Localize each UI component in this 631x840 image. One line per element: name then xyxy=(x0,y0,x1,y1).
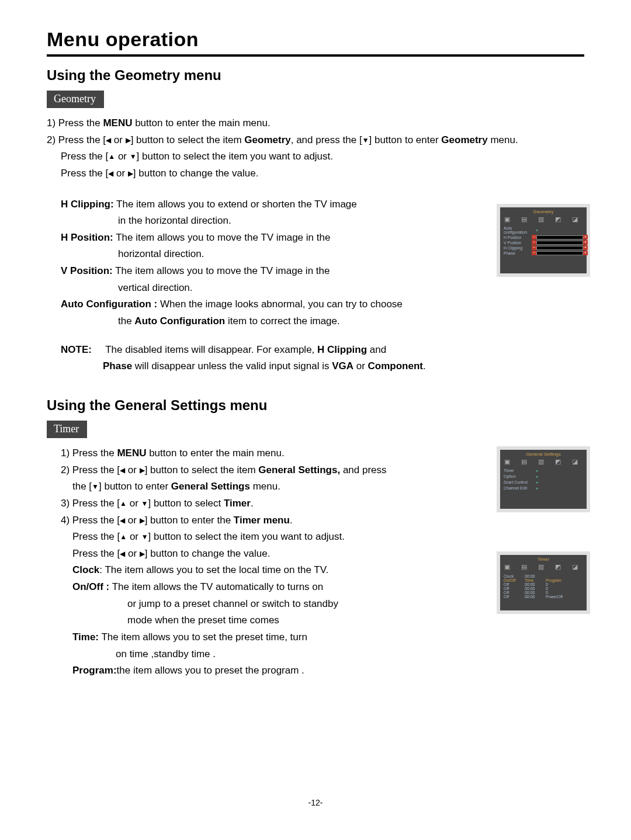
text: : The item allows you to set the local t… xyxy=(99,564,328,575)
text: ] button to select the item xyxy=(131,134,245,145)
bold-text: Auto Configuration xyxy=(134,315,225,327)
h-clipping-label: H Clipping: xyxy=(61,199,114,210)
down-arrow-icon: ▼ xyxy=(362,136,369,145)
text: or xyxy=(353,360,368,372)
text: 1) Press the xyxy=(47,117,103,129)
osd-item: Option xyxy=(504,474,536,478)
osd-cell: Off xyxy=(504,586,522,591)
slider-icon xyxy=(536,241,583,245)
osd-title: Geometry xyxy=(500,207,587,216)
bold-text: Timer xyxy=(224,498,251,509)
text: the xyxy=(118,315,134,327)
text: ] button to enter xyxy=(99,481,171,492)
auto-config-label: Auto Configuration : xyxy=(61,298,157,310)
osd-icon-row: ▣ ▤ ▥ ◩ ◪ xyxy=(500,563,587,573)
text: or xyxy=(125,515,140,526)
text: in the horizontal direction. xyxy=(118,215,231,226)
right-arrow-icon: ▸ xyxy=(536,468,539,473)
text: The item allows you to move the TV image… xyxy=(113,232,331,243)
text: or xyxy=(111,134,126,145)
text: . xyxy=(251,498,254,509)
up-arrow-icon: ▲ xyxy=(108,152,115,162)
manual-page: Menu operation Using the Geometry menu G… xyxy=(0,0,631,840)
h-position-label: H Position: xyxy=(61,232,113,243)
osd-item: Timer xyxy=(504,468,536,473)
note-label: NOTE: xyxy=(61,344,92,355)
text: and press xyxy=(340,464,386,475)
bold-text: H Clipping xyxy=(317,344,367,355)
text: The item allows you to set the preset ti… xyxy=(99,631,307,643)
text: button to enter the main menu. xyxy=(146,447,284,459)
text: ] button to select the item you want to … xyxy=(137,151,333,162)
text: ] button to select xyxy=(148,498,223,509)
text: 1) Press the xyxy=(61,447,117,459)
right-arrow-icon: ▸ xyxy=(536,480,539,485)
text: or xyxy=(125,464,140,475)
osd-row: Timer▸ xyxy=(500,468,587,474)
osd-cell: Off xyxy=(504,582,522,586)
osd-icon-row: ▣ ▤ ▥ ◩ ◪ xyxy=(500,216,587,225)
text: The item allows the TV automatically to … xyxy=(109,581,323,592)
left-arrow-icon: ◀ xyxy=(106,136,111,145)
down-arrow-icon: ▼ xyxy=(130,152,137,162)
bold-text: Geometry xyxy=(244,134,290,145)
text: Press the [ xyxy=(61,151,108,162)
left-arrow-icon: ◀ xyxy=(120,516,125,526)
right-arrow-icon: ▸ xyxy=(536,474,539,479)
up-arrow-icon: ▲ xyxy=(120,499,127,509)
osd-geometry-screenshot: Geometry ▣ ▤ ▥ ◩ ◪ Auto configuration▸ H… xyxy=(497,204,590,277)
osd-timer-table: Clock00:00 On/OffTimeProgram Off00:000 O… xyxy=(500,573,587,602)
text: 4) Press the [ xyxy=(61,515,120,526)
osd-cell: Off xyxy=(504,595,522,599)
text: the item allows you to preset the progra… xyxy=(117,665,304,676)
right-arrow-icon: ▸ xyxy=(536,486,539,491)
general-settings-instructions: 1) Press the MENU button to enter the ma… xyxy=(47,446,397,678)
time-label: Time: xyxy=(72,631,99,643)
text: or jump to a preset channel or switch to… xyxy=(127,598,338,609)
text: ] button to enter the xyxy=(145,515,234,526)
down-arrow-icon: ▼ xyxy=(92,482,99,492)
text: menu. xyxy=(488,134,518,145)
text: or xyxy=(115,151,130,162)
program-label: Program: xyxy=(72,665,117,676)
osd-header: On/Off xyxy=(504,578,522,582)
text: or xyxy=(127,531,141,542)
slider-icon xyxy=(536,235,583,239)
menu-label: MENU xyxy=(103,117,132,129)
osd-row: Auto configuration▸ xyxy=(500,225,587,235)
osd-cell: 00:00 xyxy=(525,586,543,591)
osd-item: Scart Control xyxy=(504,480,536,484)
right-arrow-icon: ▶ xyxy=(140,466,145,475)
text: The disabled items will disappear. For e… xyxy=(105,344,317,355)
osd-row: H Postion xyxy=(500,235,587,240)
section-heading-geometry: Using the Geometry menu xyxy=(47,67,584,84)
text: Press the [ xyxy=(72,531,120,542)
text: mode when the preset time comes xyxy=(127,615,279,626)
osd-cell: 00:00 xyxy=(525,582,543,586)
osd-row: Option▸ xyxy=(500,474,587,480)
text: 3) Press the [ xyxy=(61,498,120,509)
bold-text: Phase xyxy=(103,360,132,372)
osd-row: V Postion xyxy=(500,240,587,245)
osd-cell: PowerOff xyxy=(546,595,583,599)
slider-icon xyxy=(536,246,583,250)
text: or xyxy=(125,548,140,559)
osd-general-settings-screenshot: General Settings ▣ ▤ ▥ ◩ ◪ Timer▸ Option… xyxy=(497,446,590,512)
title-rule xyxy=(47,54,584,57)
right-arrow-icon: ▶ xyxy=(140,516,145,526)
osd-cell: Off xyxy=(504,591,522,595)
clock-label: Clock xyxy=(72,564,99,575)
bold-text: Geometry xyxy=(441,134,487,145)
text: menu. xyxy=(250,481,280,492)
osd-item: Auto configuration xyxy=(504,226,536,234)
left-arrow-icon: ◀ xyxy=(120,466,125,475)
text: When the image looks abnormal, you can t… xyxy=(157,298,403,310)
osd-row: Channel Edit▸ xyxy=(500,485,587,491)
text: ] button to change the value. xyxy=(145,548,271,559)
osd-timer-screenshot: Timer ▣ ▤ ▥ ◩ ◪ Clock00:00 On/OffTimePro… xyxy=(497,551,590,614)
text: . xyxy=(423,360,426,372)
text: The item allows you to extend or shorten… xyxy=(114,199,357,210)
text: ] button to select the item you want to … xyxy=(148,531,345,542)
down-arrow-icon: ▼ xyxy=(141,499,148,509)
text: ] button to change the value. xyxy=(133,168,259,179)
